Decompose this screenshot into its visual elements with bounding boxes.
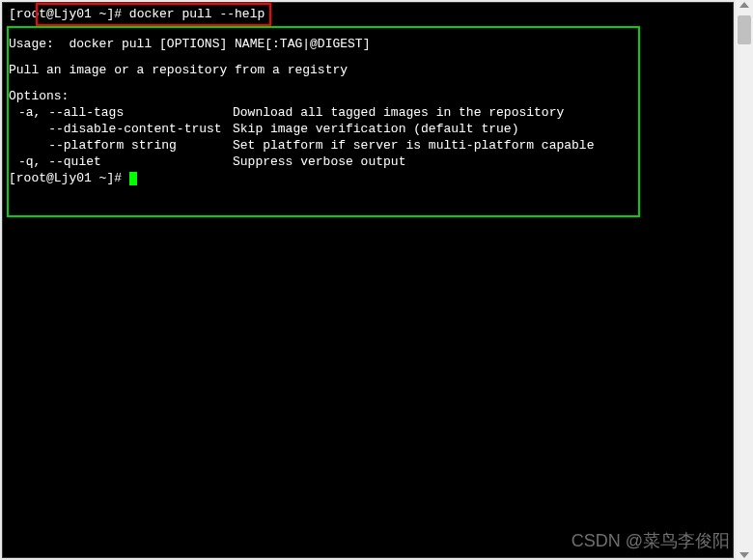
option-row: --platform stringSet platform if server … <box>3 137 733 154</box>
terminal-window[interactable]: [root@Ljy01 ~]# docker pull --help Usage… <box>2 2 734 558</box>
vertical-scrollbar[interactable] <box>736 0 753 560</box>
option-flag: -q, --quiet <box>9 154 233 169</box>
usage-line: Usage: docker pull [OPTIONS] NAME[:TAG|@… <box>3 23 733 53</box>
command-text: docker pull --help <box>129 7 265 21</box>
description-line: Pull an image or a repository from a reg… <box>3 53 733 79</box>
option-desc: Download all tagged images in the reposi… <box>233 105 564 120</box>
command-prompt-line: [root@Ljy01 ~]# docker pull --help <box>3 3 733 23</box>
chevron-up-icon[interactable] <box>739 2 749 8</box>
scrollbar-thumb[interactable] <box>738 15 751 44</box>
prompt-user-host: [root@Ljy01 ~]# <box>9 171 122 185</box>
command-prompt-line-2: [root@Ljy01 ~]# <box>3 170 733 186</box>
cursor-icon <box>129 172 137 185</box>
chevron-down-icon[interactable] <box>739 552 749 558</box>
option-desc: Set platform if server is multi-platform… <box>233 138 594 153</box>
prompt-user-host: [root@Ljy01 ~]# <box>9 7 122 21</box>
option-row: --disable-content-trustSkip image verifi… <box>3 121 733 137</box>
option-flag: -a, --all-tags <box>9 105 233 120</box>
option-row: -q, --quietSuppress verbose output <box>3 154 733 170</box>
option-desc: Skip image verification (default true) <box>233 122 518 136</box>
option-row: -a, --all-tagsDownload all tagged images… <box>3 104 733 121</box>
option-desc: Suppress verbose output <box>233 154 405 169</box>
option-flag: --disable-content-trust <box>9 122 233 136</box>
option-flag: --platform string <box>9 138 233 153</box>
options-header: Options: <box>3 79 733 104</box>
